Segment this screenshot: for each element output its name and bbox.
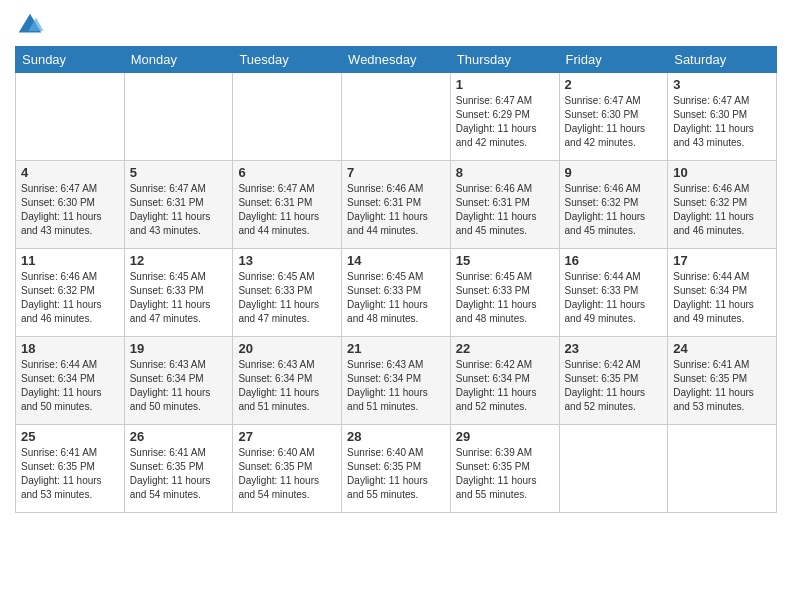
day-info: Sunrise: 6:47 AM Sunset: 6:29 PM Dayligh… xyxy=(456,94,554,150)
day-info: Sunrise: 6:45 AM Sunset: 6:33 PM Dayligh… xyxy=(456,270,554,326)
day-info: Sunrise: 6:42 AM Sunset: 6:35 PM Dayligh… xyxy=(565,358,663,414)
day-number: 28 xyxy=(347,429,445,444)
day-number: 29 xyxy=(456,429,554,444)
day-number: 3 xyxy=(673,77,771,92)
calendar-cell: 2Sunrise: 6:47 AM Sunset: 6:30 PM Daylig… xyxy=(559,73,668,161)
calendar-cell: 28Sunrise: 6:40 AM Sunset: 6:35 PM Dayli… xyxy=(342,425,451,513)
day-info: Sunrise: 6:40 AM Sunset: 6:35 PM Dayligh… xyxy=(238,446,336,502)
col-wednesday: Wednesday xyxy=(342,47,451,73)
day-number: 13 xyxy=(238,253,336,268)
col-sunday: Sunday xyxy=(16,47,125,73)
day-info: Sunrise: 6:40 AM Sunset: 6:35 PM Dayligh… xyxy=(347,446,445,502)
day-number: 9 xyxy=(565,165,663,180)
day-number: 19 xyxy=(130,341,228,356)
day-info: Sunrise: 6:44 AM Sunset: 6:34 PM Dayligh… xyxy=(673,270,771,326)
day-number: 14 xyxy=(347,253,445,268)
calendar-cell: 7Sunrise: 6:46 AM Sunset: 6:31 PM Daylig… xyxy=(342,161,451,249)
col-friday: Friday xyxy=(559,47,668,73)
day-info: Sunrise: 6:47 AM Sunset: 6:31 PM Dayligh… xyxy=(130,182,228,238)
col-saturday: Saturday xyxy=(668,47,777,73)
calendar-week-row: 25Sunrise: 6:41 AM Sunset: 6:35 PM Dayli… xyxy=(16,425,777,513)
calendar-cell: 6Sunrise: 6:47 AM Sunset: 6:31 PM Daylig… xyxy=(233,161,342,249)
day-info: Sunrise: 6:41 AM Sunset: 6:35 PM Dayligh… xyxy=(130,446,228,502)
col-tuesday: Tuesday xyxy=(233,47,342,73)
col-monday: Monday xyxy=(124,47,233,73)
calendar-cell xyxy=(16,73,125,161)
calendar-cell xyxy=(668,425,777,513)
day-info: Sunrise: 6:47 AM Sunset: 6:30 PM Dayligh… xyxy=(565,94,663,150)
calendar-cell xyxy=(124,73,233,161)
day-info: Sunrise: 6:46 AM Sunset: 6:32 PM Dayligh… xyxy=(673,182,771,238)
col-thursday: Thursday xyxy=(450,47,559,73)
day-number: 18 xyxy=(21,341,119,356)
logo xyxy=(15,10,49,40)
day-info: Sunrise: 6:41 AM Sunset: 6:35 PM Dayligh… xyxy=(21,446,119,502)
calendar-cell: 19Sunrise: 6:43 AM Sunset: 6:34 PM Dayli… xyxy=(124,337,233,425)
day-number: 27 xyxy=(238,429,336,444)
day-info: Sunrise: 6:45 AM Sunset: 6:33 PM Dayligh… xyxy=(238,270,336,326)
day-number: 5 xyxy=(130,165,228,180)
day-info: Sunrise: 6:45 AM Sunset: 6:33 PM Dayligh… xyxy=(347,270,445,326)
day-info: Sunrise: 6:46 AM Sunset: 6:31 PM Dayligh… xyxy=(456,182,554,238)
day-number: 22 xyxy=(456,341,554,356)
calendar-cell xyxy=(559,425,668,513)
day-number: 26 xyxy=(130,429,228,444)
calendar-week-row: 4Sunrise: 6:47 AM Sunset: 6:30 PM Daylig… xyxy=(16,161,777,249)
day-info: Sunrise: 6:47 AM Sunset: 6:31 PM Dayligh… xyxy=(238,182,336,238)
calendar-cell: 21Sunrise: 6:43 AM Sunset: 6:34 PM Dayli… xyxy=(342,337,451,425)
calendar-header-row: Sunday Monday Tuesday Wednesday Thursday… xyxy=(16,47,777,73)
calendar-cell xyxy=(233,73,342,161)
calendar-cell: 11Sunrise: 6:46 AM Sunset: 6:32 PM Dayli… xyxy=(16,249,125,337)
calendar-cell xyxy=(342,73,451,161)
calendar-cell: 4Sunrise: 6:47 AM Sunset: 6:30 PM Daylig… xyxy=(16,161,125,249)
day-number: 2 xyxy=(565,77,663,92)
day-number: 23 xyxy=(565,341,663,356)
day-number: 1 xyxy=(456,77,554,92)
day-info: Sunrise: 6:46 AM Sunset: 6:31 PM Dayligh… xyxy=(347,182,445,238)
day-info: Sunrise: 6:46 AM Sunset: 6:32 PM Dayligh… xyxy=(565,182,663,238)
day-info: Sunrise: 6:43 AM Sunset: 6:34 PM Dayligh… xyxy=(130,358,228,414)
day-number: 25 xyxy=(21,429,119,444)
calendar-cell: 10Sunrise: 6:46 AM Sunset: 6:32 PM Dayli… xyxy=(668,161,777,249)
day-number: 8 xyxy=(456,165,554,180)
calendar-cell: 27Sunrise: 6:40 AM Sunset: 6:35 PM Dayli… xyxy=(233,425,342,513)
calendar-week-row: 11Sunrise: 6:46 AM Sunset: 6:32 PM Dayli… xyxy=(16,249,777,337)
calendar-cell: 22Sunrise: 6:42 AM Sunset: 6:34 PM Dayli… xyxy=(450,337,559,425)
calendar-cell: 17Sunrise: 6:44 AM Sunset: 6:34 PM Dayli… xyxy=(668,249,777,337)
day-info: Sunrise: 6:45 AM Sunset: 6:33 PM Dayligh… xyxy=(130,270,228,326)
calendar-cell: 23Sunrise: 6:42 AM Sunset: 6:35 PM Dayli… xyxy=(559,337,668,425)
calendar-cell: 18Sunrise: 6:44 AM Sunset: 6:34 PM Dayli… xyxy=(16,337,125,425)
calendar-cell: 5Sunrise: 6:47 AM Sunset: 6:31 PM Daylig… xyxy=(124,161,233,249)
day-number: 21 xyxy=(347,341,445,356)
day-number: 6 xyxy=(238,165,336,180)
day-info: Sunrise: 6:39 AM Sunset: 6:35 PM Dayligh… xyxy=(456,446,554,502)
day-number: 10 xyxy=(673,165,771,180)
day-number: 24 xyxy=(673,341,771,356)
calendar-cell: 8Sunrise: 6:46 AM Sunset: 6:31 PM Daylig… xyxy=(450,161,559,249)
day-info: Sunrise: 6:44 AM Sunset: 6:34 PM Dayligh… xyxy=(21,358,119,414)
calendar-cell: 9Sunrise: 6:46 AM Sunset: 6:32 PM Daylig… xyxy=(559,161,668,249)
calendar-cell: 3Sunrise: 6:47 AM Sunset: 6:30 PM Daylig… xyxy=(668,73,777,161)
day-info: Sunrise: 6:43 AM Sunset: 6:34 PM Dayligh… xyxy=(347,358,445,414)
calendar-cell: 29Sunrise: 6:39 AM Sunset: 6:35 PM Dayli… xyxy=(450,425,559,513)
day-info: Sunrise: 6:46 AM Sunset: 6:32 PM Dayligh… xyxy=(21,270,119,326)
calendar-cell: 13Sunrise: 6:45 AM Sunset: 6:33 PM Dayli… xyxy=(233,249,342,337)
day-number: 4 xyxy=(21,165,119,180)
calendar-cell: 24Sunrise: 6:41 AM Sunset: 6:35 PM Dayli… xyxy=(668,337,777,425)
page: Sunday Monday Tuesday Wednesday Thursday… xyxy=(0,0,792,612)
logo-icon xyxy=(15,10,45,40)
calendar-cell: 16Sunrise: 6:44 AM Sunset: 6:33 PM Dayli… xyxy=(559,249,668,337)
day-info: Sunrise: 6:47 AM Sunset: 6:30 PM Dayligh… xyxy=(21,182,119,238)
day-number: 16 xyxy=(565,253,663,268)
calendar-cell: 20Sunrise: 6:43 AM Sunset: 6:34 PM Dayli… xyxy=(233,337,342,425)
day-info: Sunrise: 6:43 AM Sunset: 6:34 PM Dayligh… xyxy=(238,358,336,414)
day-info: Sunrise: 6:44 AM Sunset: 6:33 PM Dayligh… xyxy=(565,270,663,326)
calendar-cell: 1Sunrise: 6:47 AM Sunset: 6:29 PM Daylig… xyxy=(450,73,559,161)
calendar-cell: 12Sunrise: 6:45 AM Sunset: 6:33 PM Dayli… xyxy=(124,249,233,337)
day-info: Sunrise: 6:41 AM Sunset: 6:35 PM Dayligh… xyxy=(673,358,771,414)
calendar-cell: 14Sunrise: 6:45 AM Sunset: 6:33 PM Dayli… xyxy=(342,249,451,337)
calendar-cell: 26Sunrise: 6:41 AM Sunset: 6:35 PM Dayli… xyxy=(124,425,233,513)
day-info: Sunrise: 6:47 AM Sunset: 6:30 PM Dayligh… xyxy=(673,94,771,150)
day-info: Sunrise: 6:42 AM Sunset: 6:34 PM Dayligh… xyxy=(456,358,554,414)
calendar-cell: 15Sunrise: 6:45 AM Sunset: 6:33 PM Dayli… xyxy=(450,249,559,337)
